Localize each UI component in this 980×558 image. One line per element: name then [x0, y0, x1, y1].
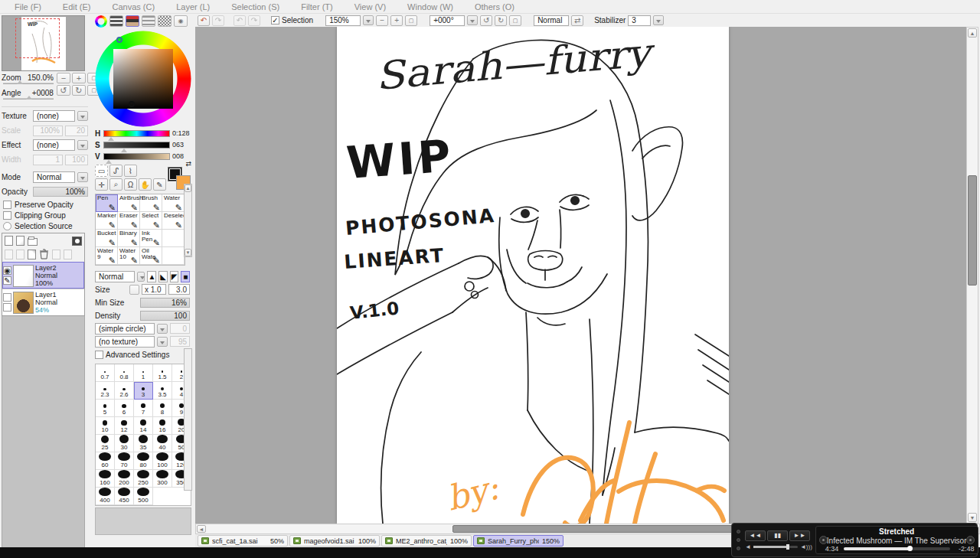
- swap-colors-icon[interactable]: ⇄: [185, 160, 191, 168]
- hand-tool-icon[interactable]: ✋: [139, 178, 152, 191]
- zoom-out-button[interactable]: −: [57, 73, 70, 83]
- rgb-sliders-tab-icon[interactable]: [109, 15, 123, 27]
- new-layer-icon[interactable]: [5, 236, 13, 246]
- volume-thumb[interactable]: [786, 544, 789, 550]
- selection-undo-button[interactable]: ↶: [234, 15, 246, 26]
- hue-marker[interactable]: [116, 37, 122, 43]
- tool-select[interactable]: Select✎: [140, 212, 162, 230]
- nav-zoom-slider[interactable]: [3, 83, 54, 84]
- value-slider[interactable]: [103, 153, 170, 160]
- brush-shape-dropdown-icon[interactable]: [157, 324, 168, 334]
- undo-button[interactable]: ↶: [198, 15, 210, 26]
- brush-size-30[interactable]: 30: [115, 435, 134, 452]
- previous-track-button[interactable]: ◄◄: [745, 530, 766, 541]
- tool-deselect[interactable]: Deselect✎: [162, 212, 185, 230]
- stabilizer-dropdown-icon[interactable]: [653, 15, 664, 25]
- brush-size-60[interactable]: 60: [96, 452, 115, 470]
- document-tab-sarah-furry-phot-[interactable]: Sarah_Furry_phot...150%: [473, 535, 564, 547]
- transfer-down-icon[interactable]: [5, 250, 13, 259]
- brush-size-8[interactable]: 8: [153, 400, 172, 417]
- scroll-up-icon[interactable]: ▲: [968, 28, 977, 38]
- brush-size-25[interactable]: 25: [96, 435, 115, 452]
- tool-binary[interactable]: Binary✎: [118, 230, 140, 247]
- brush-size-2.3[interactable]: 2.3: [96, 382, 115, 400]
- brush-blend-mode-select[interactable]: Normal: [95, 271, 135, 282]
- advanced-settings-checkbox[interactable]: [95, 351, 103, 359]
- canvas-vertical-scrollbar[interactable]: ▲ ▼: [966, 27, 978, 524]
- menu-item-filter[interactable]: Filter (T): [291, 2, 343, 12]
- navigator-viewport-rect[interactable]: [15, 18, 60, 58]
- brush-size-250[interactable]: 250: [134, 470, 153, 488]
- layer-visibility-icon[interactable]: ◉: [3, 266, 11, 275]
- flip-view-button[interactable]: ⇄: [571, 15, 583, 26]
- sv-marker[interactable]: [129, 101, 135, 107]
- brush-size-80[interactable]: 80: [134, 452, 153, 470]
- color-mixer-tab-icon[interactable]: [142, 15, 155, 27]
- layer-paint-indicator-icon[interactable]: ✎: [3, 276, 11, 285]
- tool-eraser[interactable]: Eraser✎: [118, 212, 140, 230]
- brush-size-0.7[interactable]: 0.7: [96, 364, 115, 382]
- clear-layer-icon[interactable]: [28, 250, 36, 259]
- menu-item-selection[interactable]: Selection (S): [221, 2, 289, 12]
- effect-select[interactable]: (none): [33, 139, 75, 151]
- tool-oil-wate[interactable]: Oil Wate✎: [140, 247, 162, 265]
- player-seek-bar[interactable]: [844, 547, 950, 550]
- rotate-view-icon[interactable]: Ω: [124, 178, 137, 191]
- brush-size-5[interactable]: 5: [96, 400, 115, 417]
- layer-paint-indicator-icon[interactable]: [3, 303, 11, 312]
- brush-size-12[interactable]: 12: [115, 417, 134, 435]
- layer-visibility-icon[interactable]: [3, 293, 11, 302]
- menu-item-window[interactable]: Window (W): [397, 2, 463, 12]
- brush-density-slider[interactable]: 100: [140, 311, 190, 321]
- rotate-cw-button[interactable]: ↻: [72, 85, 86, 96]
- tool-grid-scrollbar[interactable]: ▲▼: [184, 184, 192, 257]
- effect-dropdown-icon[interactable]: [77, 140, 88, 150]
- selection-source-radio[interactable]: [3, 222, 11, 230]
- texture-select[interactable]: (none): [33, 110, 75, 122]
- preserve-opacity-checkbox[interactable]: [3, 201, 11, 209]
- volume-slider[interactable]: [753, 546, 798, 548]
- tool-ink-pen[interactable]: Ink Pen✎: [140, 230, 162, 247]
- scroll-left-icon[interactable]: ◄: [197, 525, 206, 533]
- brush-size-7[interactable]: 7: [134, 400, 153, 417]
- vertical-scroll-thumb[interactable]: [968, 175, 977, 286]
- brush-texture-select[interactable]: (no texture): [95, 336, 155, 348]
- brush-size-100[interactable]: 100: [153, 452, 172, 470]
- brush-edge-shape-3[interactable]: ◤: [170, 271, 179, 282]
- menu-item-file[interactable]: File (F): [5, 2, 51, 12]
- brush-size-400[interactable]: 400: [96, 488, 115, 505]
- saturation-value-square[interactable]: [113, 49, 173, 109]
- rotate-ccw-button[interactable]: ↺: [57, 85, 70, 96]
- angle-dropdown-icon[interactable]: [467, 15, 478, 25]
- scratchpad-tab-icon[interactable]: ◉: [174, 15, 188, 27]
- toolbar-rotate-reset-button[interactable]: ▢: [509, 15, 521, 26]
- copy-layer-icon[interactable]: [52, 250, 60, 259]
- zoom-percent-select[interactable]: 150%: [325, 15, 361, 26]
- scroll-down-icon[interactable]: ▼: [185, 249, 191, 256]
- pause-button[interactable]: ▮▮: [767, 530, 788, 541]
- toolbar-rotate-cw-button[interactable]: ↻: [495, 15, 507, 26]
- new-linework-layer-icon[interactable]: [16, 236, 24, 246]
- tool-water[interactable]: Water✎: [162, 194, 185, 212]
- layer-opacity-slider[interactable]: 100%: [33, 187, 88, 197]
- saturation-slider[interactable]: [103, 142, 170, 148]
- document-tab-scfi-cat-1a-sai[interactable]: scfi_cat_1a.sai50%: [198, 535, 288, 547]
- menu-item-view[interactable]: View (V): [345, 2, 396, 12]
- size-grid-scrollbar[interactable]: [184, 348, 192, 491]
- move-tool-icon[interactable]: ✛: [95, 178, 108, 191]
- tool-water10[interactable]: Water 10✎: [118, 247, 140, 265]
- brush-size-500[interactable]: 500: [134, 488, 153, 505]
- menu-item-edit[interactable]: Edit (E): [53, 2, 101, 12]
- clipping-group-checkbox[interactable]: [3, 211, 11, 220]
- layer-row-layer2[interactable]: ◉✎Layer2Normal100%: [2, 262, 84, 289]
- brush-size-40[interactable]: 40: [153, 435, 172, 452]
- eyedropper-icon[interactable]: ✎: [153, 178, 166, 191]
- brush-size-16[interactable]: 16: [153, 417, 172, 435]
- toolbar-zoom-reset-button[interactable]: ▢: [405, 15, 417, 26]
- canvas-document[interactable]: Sarah—furry WIP PHOTOSONA LINEART V.1.0 …: [337, 27, 729, 524]
- hsv-sliders-tab-icon[interactable]: [126, 15, 139, 27]
- menu-item-others[interactable]: Others (O): [465, 2, 524, 12]
- brush-size-1.5[interactable]: 1.5: [153, 364, 172, 382]
- document-tab-me2-anthro-cat-s-[interactable]: ME2_anthro_cat_s...100%: [381, 535, 472, 547]
- next-track-button[interactable]: ►►: [789, 530, 810, 541]
